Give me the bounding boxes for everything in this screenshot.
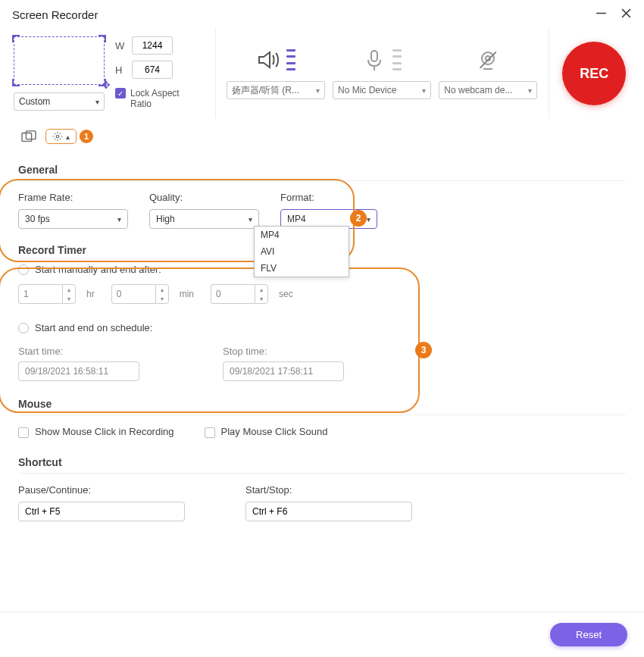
footer: Reset (0, 612, 644, 657)
region-size-select[interactable]: Custom (14, 92, 105, 111)
callout-badge-1: 1 (80, 130, 93, 143)
start-shortcut-label: Start/Stop: (245, 484, 412, 496)
quality-select[interactable]: High (149, 209, 259, 229)
minimize-button[interactable] (596, 8, 607, 21)
format-option-avi[interactable]: AVI (255, 243, 349, 260)
region-panel: ✥ Custom W H ✓ Lock Aspect Ratio (5, 29, 216, 118)
mic-select[interactable]: No Mic Device (333, 81, 431, 99)
section-general: General (18, 156, 626, 181)
svg-rect-8 (26, 131, 36, 139)
screenshot-icon[interactable] (18, 127, 39, 145)
speaker-level-icon (286, 49, 295, 70)
frame-rate-label: Frame Rate: (18, 192, 128, 203)
reset-button[interactable]: Reset (550, 623, 627, 646)
speaker-select[interactable]: 扬声器/听筒 (R... (227, 81, 325, 99)
webcam-off-icon (476, 48, 500, 72)
schedule-radio[interactable] (18, 323, 29, 333)
manual-radio[interactable] (18, 264, 29, 275)
lock-aspect-checkbox[interactable]: ✓ (115, 88, 126, 99)
section-mouse: Mouse (18, 390, 626, 415)
settings-area: General 2 Frame Rate: 30 fps Quality: Hi… (0, 150, 644, 537)
frame-rate-select[interactable]: 30 fps (18, 209, 128, 229)
top-panel: ✥ Custom W H ✓ Lock Aspect Ratio (0, 29, 644, 123)
format-option-flv[interactable]: FLV (255, 260, 349, 277)
mic-level-icon (392, 49, 402, 70)
move-icon: ✥ (102, 79, 111, 91)
sec-unit: sec (279, 289, 293, 299)
settings-toggle[interactable]: ▴ (45, 129, 77, 144)
record-panel: REC (549, 29, 639, 118)
show-click-checkbox[interactable] (18, 427, 29, 438)
quality-label: Quality: (149, 192, 259, 203)
hr-unit: hr (86, 289, 95, 299)
start-time-input[interactable] (18, 361, 139, 381)
schedule-label: Start and end on schedule: (35, 322, 152, 333)
close-button[interactable] (621, 8, 632, 21)
microphone-icon (362, 48, 386, 72)
show-click-option[interactable]: Show Mouse Click in Recording (18, 426, 174, 438)
callout-badge-3: 3 (415, 342, 432, 358)
callout-badge-2: 2 (350, 210, 367, 227)
min-unit: min (180, 289, 194, 299)
window-title: Screen Recorder (12, 8, 98, 21)
start-shortcut-input[interactable] (245, 502, 412, 521)
record-label: REC (580, 66, 608, 82)
stop-time-input[interactable] (223, 361, 344, 381)
speaker-icon (256, 48, 280, 72)
svg-rect-3 (371, 51, 377, 61)
hours-spinner[interactable]: ▴▾ (18, 284, 76, 304)
pause-shortcut-input[interactable] (18, 502, 185, 521)
chevron-up-icon: ▴ (66, 133, 70, 141)
play-sound-option[interactable]: Play Mouse Click Sound (205, 426, 328, 438)
pause-shortcut-label: Pause/Continue: (18, 484, 185, 496)
webcam-select[interactable]: No webcam de... (439, 81, 537, 99)
seconds-spinner[interactable]: ▴▾ (211, 284, 268, 304)
svg-point-9 (56, 135, 59, 138)
minutes-spinner[interactable]: ▴▾ (111, 284, 169, 304)
width-label: W (115, 40, 126, 52)
height-label: H (115, 64, 126, 76)
format-option-mp4[interactable]: MP4 (255, 227, 349, 243)
format-dropdown: MP4 AVI FLV (254, 226, 349, 277)
device-panel: 扬声器/听筒 (R... No Mic Device No webcam de.… (216, 29, 549, 118)
start-time-label: Start time: (18, 346, 139, 357)
region-preview[interactable]: ✥ (14, 36, 105, 85)
width-input[interactable] (132, 36, 173, 55)
format-label: Format: (280, 192, 377, 203)
height-input[interactable] (132, 61, 173, 79)
manual-label: Start manually and end after: (35, 264, 161, 275)
record-button[interactable]: REC (562, 42, 626, 105)
section-shortcut: Shortcut (18, 449, 626, 474)
stop-time-label: Stop time: (223, 346, 344, 357)
lock-aspect-label: Lock Aspect Ratio (130, 88, 191, 110)
svg-rect-7 (22, 133, 32, 142)
play-sound-checkbox[interactable] (205, 427, 215, 438)
gear-icon (52, 131, 63, 142)
subtoolbar: ▴ 1 (0, 123, 644, 150)
titlebar: Screen Recorder (0, 0, 644, 29)
